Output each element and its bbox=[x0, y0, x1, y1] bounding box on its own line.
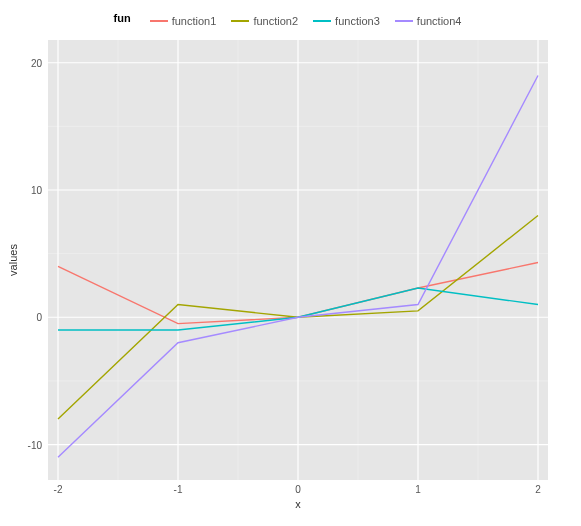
legend-swatch-icon bbox=[231, 20, 249, 22]
x-tick-label: 2 bbox=[535, 484, 541, 495]
legend-item: function1 bbox=[150, 15, 217, 27]
legend-label: function3 bbox=[335, 15, 380, 27]
y-axis-title: values bbox=[6, 40, 20, 480]
legend-label: function2 bbox=[253, 15, 298, 27]
y-tick-label: 10 bbox=[31, 185, 42, 196]
legend-swatch-icon bbox=[395, 20, 413, 22]
legend-title: fun bbox=[114, 12, 131, 24]
legend-label: function1 bbox=[172, 15, 217, 27]
legend-item: function3 bbox=[313, 15, 380, 27]
x-tick-label: -2 bbox=[54, 484, 63, 495]
x-axis-title: x bbox=[48, 498, 548, 510]
plot-panel bbox=[48, 40, 548, 480]
legend-item: function4 bbox=[395, 15, 462, 27]
legend-label: function4 bbox=[417, 15, 462, 27]
legend-swatch-icon bbox=[150, 20, 168, 22]
plot-svg bbox=[48, 40, 548, 480]
y-tick-label: 20 bbox=[31, 57, 42, 68]
chart-container: fun function1 function2 function3 functi… bbox=[0, 0, 581, 526]
x-tick-label: 0 bbox=[295, 484, 301, 495]
x-tick-label: 1 bbox=[415, 484, 421, 495]
y-tick-label: 0 bbox=[36, 312, 42, 323]
legend: fun function1 function2 function3 functi… bbox=[0, 12, 581, 27]
legend-swatch-icon bbox=[313, 20, 331, 22]
x-tick-label: -1 bbox=[174, 484, 183, 495]
legend-item: function2 bbox=[231, 15, 298, 27]
y-tick-label: -10 bbox=[28, 439, 42, 450]
